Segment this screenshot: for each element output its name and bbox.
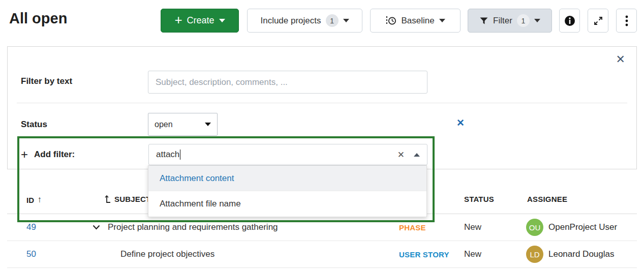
column-header-status[interactable]: STATUS [464,195,494,203]
status-filter-value: open [155,120,173,129]
add-filter-autocomplete-input[interactable]: attach ✕ [148,144,427,165]
hierarchy-icon [105,195,111,203]
type-cell[interactable]: PHASE [399,223,426,232]
create-button[interactable]: + Create [161,9,239,33]
chevron-down-icon [534,19,540,22]
collapse-chevron-icon[interactable] [93,225,100,230]
status-filter-label: Status [21,119,47,130]
add-filter-label: Add filter: [34,150,75,160]
sort-ascending-icon: ↑ [37,195,42,205]
plus-icon: + [21,148,28,161]
chevron-down-icon [205,123,211,126]
add-filter-query-text: attach [156,150,179,160]
baseline-button[interactable]: Baseline [370,9,461,33]
filter-label: Filter [493,16,512,26]
chevron-down-icon [439,19,445,22]
clear-icon[interactable]: ✕ [397,150,405,160]
panel-divider [17,103,627,103]
dropdown-option-attachment-content[interactable]: Attachment content [148,166,426,191]
remove-status-filter-icon[interactable]: ✕ [456,118,465,128]
subject-cell[interactable]: Define project objectives [120,249,214,259]
assignee-cell[interactable]: LD Leonard Douglas [526,246,614,263]
filter-panel: ✕ Filter by text Status open ✕ + Add fil… [7,46,637,169]
column-header-assignee[interactable]: ASSIGNEE [527,195,567,203]
table-row[interactable]: 49 Project planning and requirements gat… [7,214,637,241]
work-package-id-link[interactable]: 49 [26,222,36,232]
filter-button[interactable]: Filter 1 [468,9,552,33]
work-packages-page: All open + Create Include projects 1 Bas… [0,0,644,269]
kebab-menu-icon [625,15,628,27]
dropdown-option-attachment-file-name[interactable]: Attachment file name [148,191,426,217]
status-cell[interactable]: New [464,249,481,259]
chevron-down-icon [343,19,349,22]
chevron-down-icon [219,19,225,22]
avatar: OU [526,219,543,236]
plus-icon: + [174,13,182,26]
fullscreen-expand-icon [593,15,604,26]
text-cursor [180,150,180,160]
status-cell[interactable]: New [464,222,481,232]
fullscreen-icon-button[interactable] [588,9,608,33]
subject-cell[interactable]: Project planning and requirements gather… [108,222,278,232]
close-icon[interactable]: ✕ [616,54,625,65]
create-button-label: Create [187,15,214,26]
baseline-clock-icon [385,15,396,26]
table-row[interactable]: 50 Define project objectives USER STORY … [7,241,637,268]
include-projects-button[interactable]: Include projects 1 [247,9,362,33]
filter-by-text-label: Filter by text [21,76,72,86]
info-icon [564,15,576,27]
add-filter-dropdown: Attachment content Attachment file name [148,165,427,217]
column-header-subject[interactable]: SUBJECT [105,195,150,203]
funnel-icon [479,16,488,25]
assignee-name: Leonard Douglas [548,249,614,259]
type-cell[interactable]: USER STORY [399,250,449,259]
include-projects-label: Include projects [260,16,321,26]
assignee-name: OpenProject User [548,222,617,232]
filter-by-text-input[interactable] [148,71,427,94]
baseline-label: Baseline [401,16,434,26]
more-options-kebab-button[interactable] [616,9,637,33]
page-title: All open [9,10,67,27]
info-button[interactable] [559,9,580,33]
include-projects-count-badge: 1 [326,14,339,27]
column-header-id[interactable]: ID ↑ [26,195,42,205]
avatar: LD [526,246,543,263]
chevron-up-icon[interactable] [414,153,420,157]
status-filter-select[interactable]: open [148,113,218,136]
assignee-cell[interactable]: OU OpenProject User [526,219,617,236]
work-package-id-link[interactable]: 50 [26,249,36,259]
add-filter-row: + Add filter: [21,148,75,161]
filter-count-badge: 1 [517,14,530,27]
